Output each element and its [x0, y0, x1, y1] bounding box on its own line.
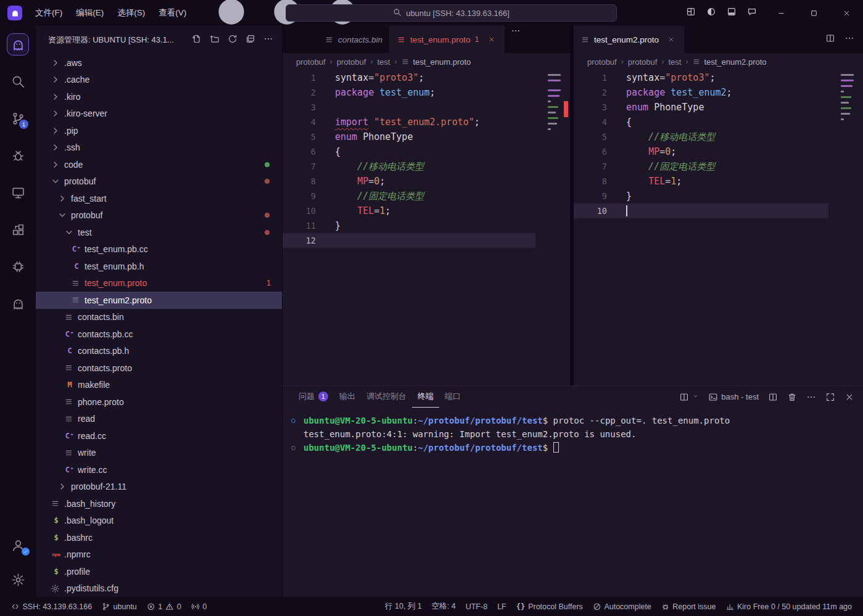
- tree-item-protobuf-21.11[interactable]: protobuf-21.11: [36, 478, 282, 496]
- status-ports[interactable]: 0: [186, 597, 212, 616]
- activity-remote-explorer[interactable]: [7, 181, 29, 203]
- toggle-sidebar-button[interactable]: [706, 7, 716, 19]
- tree-item-test_enum2.proto[interactable]: test_enum2.proto: [36, 292, 282, 309]
- split-editor-button[interactable]: [825, 33, 835, 46]
- tree-item-.profile[interactable]: $.profile: [36, 563, 282, 580]
- breadcrumb-file[interactable]: test_enum2.proto: [692, 57, 766, 67]
- close-tab-button[interactable]: [666, 34, 677, 45]
- maximize-button[interactable]: [798, 0, 830, 26]
- code-line-4[interactable]: 4{: [574, 115, 828, 129]
- menu-item-1[interactable]: 编辑(E): [69, 0, 110, 26]
- breadcrumb-item[interactable]: test: [668, 57, 681, 67]
- minimap[interactable]: [841, 73, 854, 127]
- status-eol[interactable]: LF: [492, 597, 511, 616]
- activity-kiro-chat[interactable]: [7, 292, 29, 314]
- close-panel-button[interactable]: [844, 392, 854, 402]
- tree-item-.bash_logout[interactable]: $.bash_logout: [36, 512, 282, 530]
- launch-profile-button[interactable]: [679, 392, 699, 402]
- status-branch[interactable]: ubuntu: [97, 597, 142, 616]
- terminal-instance-button[interactable]: bash - test: [708, 392, 759, 402]
- code-editor-right[interactable]: 1syntax="proto3";2package test_enum2;3en…: [574, 70, 863, 385]
- terminal[interactable]: ubuntu@VM-20-5-ubuntu:~/protobuf/protobu…: [283, 408, 863, 597]
- code-line-5[interactable]: 5 //移动电话类型: [574, 129, 828, 144]
- status-autocomplete[interactable]: Autocomplete: [588, 597, 656, 616]
- code-line-1[interactable]: 1syntax="proto3";: [574, 70, 828, 85]
- code-line-2[interactable]: 2package test_enum;: [283, 85, 535, 100]
- activity-settings[interactable]: [7, 569, 29, 591]
- tree-item-contacts.pb.cc[interactable]: C⁺contacts.pb.cc: [36, 326, 282, 343]
- activity-run-debug[interactable]: [7, 144, 29, 166]
- tree-item-.npmrc[interactable]: npm.npmrc: [36, 546, 282, 564]
- tree-item-makefile[interactable]: Mmakefile: [36, 377, 282, 394]
- menu-item-2[interactable]: 选择(S): [110, 0, 152, 26]
- tree-item-protobuf[interactable]: protobuf: [36, 207, 282, 224]
- tree-item-.bash_history[interactable]: .bash_history: [36, 495, 282, 512]
- breadcrumb-file[interactable]: test_enum.proto: [401, 57, 471, 67]
- tab-overflow-button[interactable]: [505, 26, 527, 36]
- panel-tab-调试控制台[interactable]: 调试控制台: [361, 386, 412, 408]
- tree-item-.kiro-server[interactable]: .kiro-server: [36, 105, 282, 123]
- menu-item-3[interactable]: 查看(V): [152, 0, 193, 26]
- tree-item-.bashrc[interactable]: $.bashrc: [36, 529, 282, 546]
- tree-item-test_enum.pb.h[interactable]: Ctest_enum.pb.h: [36, 258, 282, 275]
- code-line-8[interactable]: 8 TEL=1;: [574, 174, 828, 189]
- tree-item-fast_start[interactable]: fast_start: [36, 190, 282, 207]
- breadcrumb-item[interactable]: protobuf: [628, 57, 658, 67]
- activity-search[interactable]: [7, 70, 29, 92]
- status-encoding[interactable]: UTF-8: [461, 597, 492, 616]
- code-line-3[interactable]: 3: [283, 100, 535, 115]
- tree-item-code[interactable]: code: [36, 156, 282, 173]
- tab-test_enum2.proto[interactable]: test_enum2.proto: [574, 26, 684, 53]
- status-indentation[interactable]: 空格: 4: [427, 597, 461, 616]
- code-line-12[interactable]: 12: [283, 233, 535, 248]
- panel-tab-端口[interactable]: 端口: [439, 386, 466, 408]
- code-line-6[interactable]: 6{: [283, 144, 535, 159]
- chat-button[interactable]: [747, 7, 757, 19]
- kill-terminal-button[interactable]: [787, 392, 797, 402]
- close-window-button[interactable]: [830, 0, 863, 26]
- activity-source-control[interactable]: 1: [7, 107, 29, 129]
- tab-test_enum.proto[interactable]: test_enum.proto1: [390, 26, 505, 53]
- tree-item-write[interactable]: write: [36, 445, 282, 462]
- activity-accounts[interactable]: [7, 534, 29, 556]
- tree-item-read.cc[interactable]: C⁺read.cc: [36, 427, 282, 445]
- command-center-search[interactable]: ubuntu [SSH: 43.139.63.166]: [286, 4, 617, 22]
- tree-item-protobuf[interactable]: protobuf: [36, 173, 282, 191]
- tree-item-test_enum.proto[interactable]: test_enum.proto1: [36, 275, 282, 292]
- panel-tab-输出[interactable]: 输出: [334, 386, 361, 408]
- code-line-1[interactable]: 1syntax="proto3";: [283, 70, 535, 85]
- kiro-logo[interactable]: [7, 6, 22, 20]
- activity-extensions[interactable]: [7, 218, 29, 240]
- code-line-6[interactable]: 6 MP=0;: [574, 144, 828, 159]
- close-tab-button[interactable]: [486, 34, 497, 45]
- status-kiro-usage[interactable]: Kiro Free 0 / 50 updated 11m ago: [721, 597, 857, 616]
- tree-item-test[interactable]: test: [36, 224, 282, 241]
- code-line-9[interactable]: 9 //固定电话类型: [283, 189, 535, 203]
- tree-item-contacts.bin[interactable]: contacts.bin: [36, 309, 282, 326]
- code-line-7[interactable]: 7 //移动电话类型: [283, 159, 535, 174]
- status-problems[interactable]: 10: [142, 597, 186, 616]
- code-line-11[interactable]: 11}: [283, 218, 535, 233]
- panel-tab-终端[interactable]: 终端: [412, 386, 439, 408]
- tree-item-phone.proto[interactable]: phone.proto: [36, 393, 282, 411]
- customize-layout-button[interactable]: [686, 7, 696, 19]
- code-line-10[interactable]: 10: [574, 203, 828, 218]
- split-terminal-button[interactable]: [768, 392, 778, 402]
- code-line-3[interactable]: 3enum PhoneType: [574, 100, 828, 115]
- code-line-5[interactable]: 5enum PhoneType: [283, 129, 535, 144]
- code-line-4[interactable]: 4import "test_enum2.proto";: [283, 115, 535, 129]
- code-line-2[interactable]: 2package test_enum2;: [574, 85, 828, 100]
- tree-item-.ssh[interactable]: .ssh: [36, 139, 282, 157]
- code-line-7[interactable]: 7 //固定电话类型: [574, 159, 828, 174]
- editor-more-button[interactable]: [844, 33, 854, 46]
- status-cursor-position[interactable]: 行 10, 列 1: [380, 597, 427, 616]
- tree-item-.pip[interactable]: .pip: [36, 122, 282, 139]
- code-line-9[interactable]: 9}: [574, 189, 828, 203]
- minimap[interactable]: [548, 73, 561, 137]
- tree-item-test_enum.pb.cc[interactable]: C⁺test_enum.pb.cc: [36, 241, 282, 258]
- code-line-10[interactable]: 10 TEL=1;: [283, 203, 535, 218]
- activity-kiro[interactable]: [7, 33, 29, 55]
- panel-tab-问题[interactable]: 问题1: [293, 386, 334, 408]
- tree-item-.pydistutils.cfg[interactable]: .pydistutils.cfg: [36, 580, 282, 598]
- activity-kiro-agent[interactable]: [7, 255, 29, 277]
